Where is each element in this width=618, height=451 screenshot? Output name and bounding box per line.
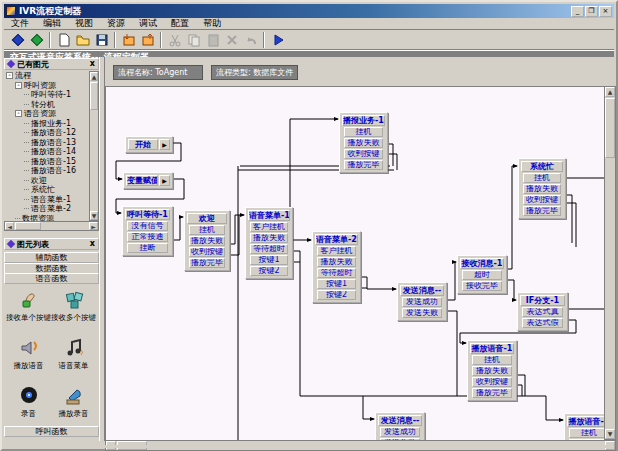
node-outlet[interactable]: 收到按键 (472, 377, 512, 387)
node-title[interactable]: 变量赋值 (126, 175, 158, 186)
flow-node-menu2[interactable]: 语音菜单-2客户挂机播放失败等待超时按键1按键2 (312, 231, 361, 303)
menu-item-6[interactable]: 配置 (164, 17, 196, 30)
node-title[interactable]: 语音菜单-2 (315, 234, 358, 245)
node-outlet[interactable]: 等待超时 (317, 268, 356, 278)
nav-back-button[interactable] (8, 31, 27, 48)
node-play-icon[interactable]: ▶ (159, 139, 170, 150)
flow-node-assign[interactable]: 变量赋值▶ (123, 172, 173, 189)
node-outlet[interactable]: 按键1 (250, 255, 288, 265)
node-outlet[interactable]: 正常接通 (127, 232, 168, 242)
node-outlet[interactable]: 收到按键 (523, 195, 561, 205)
node-outlet[interactable]: 播放失败 (344, 138, 383, 148)
run-button[interactable] (268, 31, 287, 48)
flow-node-play1[interactable]: 播放语音-1挂机播放失败收到按键播放完毕 (467, 340, 517, 401)
menu-item-1[interactable]: 文件 (4, 17, 36, 30)
node-outlet[interactable]: 收到按键 (189, 247, 225, 257)
canvas-vscrollbar[interactable]: ▲ ▼ (604, 86, 616, 440)
node-outlet[interactable]: 挂机 (344, 127, 383, 137)
palette-item-4[interactable]: 语音菜单 (51, 336, 96, 380)
tree-expander-icon[interactable]: - (6, 72, 13, 79)
flow-node-welcome[interactable]: 欢迎挂机播放失败收到按键播放完毕 (184, 210, 230, 271)
node-title[interactable]: 发送消息-- (378, 415, 422, 426)
palette-panel-close-icon[interactable]: x (90, 240, 96, 248)
node-outlet[interactable]: 发送失败 (402, 308, 442, 318)
node-outlet[interactable]: 按键2 (250, 266, 288, 276)
import-flow-button[interactable] (119, 31, 138, 48)
node-outlet[interactable]: 没有信号 (127, 221, 168, 231)
node-play-icon[interactable]: ▶ (159, 175, 170, 186)
node-outlet[interactable]: 挂断 (127, 243, 168, 253)
node-outlet[interactable]: 播放完毕 (344, 160, 383, 170)
nav-forward-button[interactable] (27, 31, 46, 48)
palette-category-呼叫函数[interactable]: 呼叫函数 (4, 426, 99, 437)
save-button[interactable] (92, 31, 111, 48)
flow-node-start[interactable]: 开始▶ (125, 136, 173, 153)
palette-category-语音函数[interactable]: 语音函数 (4, 273, 99, 284)
node-outlet[interactable]: 挂机 (523, 173, 561, 183)
elements-panel-header[interactable]: 已有图元 x (4, 58, 99, 70)
close-button[interactable]: × (599, 6, 612, 17)
node-outlet[interactable]: 等待超时 (250, 244, 288, 254)
node-title[interactable]: IF分支-1 (520, 295, 565, 306)
node-title[interactable]: 播放语音-1 (567, 416, 604, 427)
node-outlet[interactable]: 播放失败 (250, 233, 288, 243)
tree-expander-icon[interactable]: - (15, 82, 22, 89)
node-title[interactable]: 欢迎 (187, 213, 227, 224)
palette-category-辅助函数[interactable]: 辅助函数 (4, 252, 99, 263)
flow-node-send2[interactable]: 发送消息--发送成功发送失败 (375, 412, 425, 440)
menu-item-5[interactable]: 调试 (132, 17, 164, 30)
flow-node-broadcast[interactable]: 播报业务-1挂机播放失败收到按键播放完毕 (339, 112, 388, 173)
node-outlet[interactable]: 挂机 (189, 225, 225, 235)
node-outlet[interactable]: 播放失败 (523, 184, 561, 194)
tree-vscrollbar[interactable]: ▲ ▼ (89, 71, 99, 221)
menu-item-4[interactable]: 资源 (100, 17, 132, 30)
node-outlet[interactable]: 发送成功 (402, 297, 442, 307)
node-title[interactable]: 呼叫等待-1 (125, 209, 170, 220)
export-flow-button[interactable] (138, 31, 157, 48)
palette-item-3[interactable]: 播放语音 (6, 336, 51, 380)
node-outlet[interactable]: 按键2 (317, 290, 356, 300)
minimize-button[interactable]: _ (571, 6, 584, 17)
node-outlet[interactable]: 按键1 (317, 279, 356, 289)
node-outlet[interactable]: 客户挂机 (317, 246, 356, 256)
palette-item-1[interactable]: 接收单个按键 (6, 288, 51, 332)
node-outlet[interactable]: 播放完毕 (189, 258, 225, 268)
node-outlet[interactable]: 播放失败 (472, 366, 512, 376)
palette-panel-header[interactable]: 图元列表 x (4, 238, 99, 250)
menu-item-7[interactable]: 帮助 (196, 17, 228, 30)
palette-item-2[interactable]: 接收多个按键 (51, 288, 96, 332)
node-outlet[interactable]: 挂机 (472, 355, 512, 365)
flow-node-menu1[interactable]: 语音菜单-1客户挂机播放失败等待超时按键1按键2 (245, 207, 293, 279)
restore-button[interactable]: ❐ (585, 6, 598, 17)
flow-node-play2[interactable]: 播放语音-1挂机播放失败 (564, 413, 604, 440)
elements-panel-close-icon[interactable]: x (90, 60, 96, 68)
node-title[interactable]: 语音菜单-1 (248, 210, 290, 221)
palette-category-数据函数[interactable]: 数据函数 (4, 263, 99, 274)
node-title[interactable]: 发送消息-- (400, 285, 444, 296)
flow-node-callwait[interactable]: 呼叫等待-1没有信号正常接通挂断 (122, 206, 173, 256)
tree-expander-icon[interactable]: - (15, 110, 22, 117)
palette-item-5[interactable]: 录音 (6, 384, 51, 428)
menu-item-3[interactable]: 视图 (68, 17, 100, 30)
node-outlet[interactable]: 接收完毕 (462, 281, 502, 291)
new-file-button[interactable] (54, 31, 73, 48)
node-outlet[interactable]: 表达式假 (522, 318, 563, 328)
node-outlet[interactable]: 客户挂机 (250, 222, 288, 232)
node-outlet[interactable]: 播放失败 (317, 257, 356, 267)
flow-node-if1[interactable]: IF分支-1表达式真表达式假 (517, 292, 568, 331)
palette-item-6[interactable]: 播放录音 (51, 384, 96, 428)
flow-canvas[interactable]: 开始▶变量赋值▶呼叫等待-1没有信号正常接通挂断欢迎挂机播放失败收到按键播放完毕… (105, 86, 604, 440)
node-title[interactable]: 接收消息-1 (460, 258, 504, 269)
flow-node-sysbusy[interactable]: 系统忙挂机播放失败收到按键播放完毕 (518, 158, 566, 219)
open-file-button[interactable] (73, 31, 92, 48)
node-outlet[interactable]: 发送成功 (380, 427, 420, 437)
tree-item-16[interactable]: 数据资源 (4, 214, 89, 222)
node-title[interactable]: 开始 (128, 139, 158, 150)
node-outlet[interactable]: 收到按键 (344, 149, 383, 159)
flow-node-send1[interactable]: 发送消息--发送成功发送失败 (397, 282, 447, 321)
node-outlet[interactable]: 播放完毕 (472, 388, 512, 398)
node-outlet[interactable]: 挂机 (569, 428, 604, 438)
tree-hscrollbar[interactable]: ◄ ► (4, 221, 99, 231)
node-title[interactable]: 系统忙 (521, 161, 563, 172)
menu-item-2[interactable]: 编辑 (36, 17, 68, 30)
